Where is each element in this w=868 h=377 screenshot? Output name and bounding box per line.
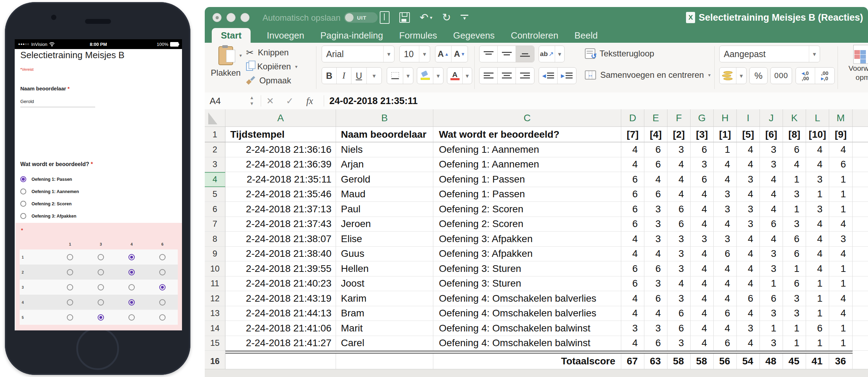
cell-I7[interactable]: 3 — [737, 217, 760, 232]
cell-G4[interactable]: 6 — [691, 172, 714, 187]
cell-K13[interactable]: 3 — [783, 306, 806, 321]
radio-button-icon[interactable] — [20, 188, 26, 194]
cell-A5[interactable]: 2-24-2018 21:35:46 — [225, 187, 336, 202]
cell-D10[interactable]: 6 — [621, 261, 644, 276]
cell-name-box[interactable]: A4 — [210, 92, 221, 109]
radio-button-icon[interactable] — [98, 254, 104, 260]
cell-J14[interactable]: 1 — [760, 321, 783, 336]
cell-F14[interactable]: 6 — [667, 321, 691, 336]
tab-beeld[interactable]: Beeld — [574, 28, 598, 43]
cell-D11[interactable]: 6 — [621, 276, 644, 292]
cell-A3[interactable]: 2-24-2018 21:36:39 — [225, 157, 336, 172]
cell-L9[interactable]: 4 — [806, 247, 829, 262]
cell-D1[interactable]: [7] — [621, 127, 644, 142]
cell-H7[interactable]: 4 — [714, 217, 737, 232]
tab-start[interactable]: Start — [212, 28, 251, 43]
cell-H15[interactable]: 6 — [714, 336, 737, 351]
cell-M8[interactable]: 3 — [829, 232, 853, 247]
cell-I14[interactable]: 3 — [737, 321, 760, 336]
paste-button[interactable]: ▾ Plakken — [209, 45, 243, 90]
tab-formules[interactable]: Formules — [399, 28, 437, 43]
cell-G15[interactable]: 4 — [691, 336, 714, 351]
row-header-4[interactable]: 4 — [205, 172, 225, 187]
cell-H14[interactable]: 4 — [714, 321, 737, 336]
redo-icon[interactable]: ↻ — [442, 12, 451, 23]
cell-H4[interactable]: 4 — [714, 172, 737, 187]
cell-L8[interactable]: 4 — [806, 232, 829, 247]
cell-C2[interactable]: Oefening 1: Aannemen — [433, 142, 621, 157]
cell-J4[interactable]: 4 — [760, 172, 783, 187]
cell-K3[interactable]: 4 — [783, 157, 806, 172]
cell-A4[interactable]: 2-24-2018 21:35:11 — [225, 172, 336, 187]
radio-button-icon[interactable] — [20, 176, 26, 182]
column-header-G[interactable]: G — [691, 109, 714, 127]
cell-F16[interactable]: 58 — [667, 354, 691, 369]
cell-C3[interactable]: Oefening 1: Aannemen — [433, 157, 621, 172]
radio-button-icon[interactable] — [159, 284, 166, 290]
cell-K6[interactable]: 1 — [783, 202, 806, 217]
row-header-11[interactable]: 11 — [205, 276, 225, 292]
cell-E16[interactable]: 63 — [644, 354, 667, 369]
paste-dropdown-caret-icon[interactable]: ▾ — [239, 53, 242, 58]
cell-E1[interactable]: [4] — [644, 127, 667, 142]
cell-B12[interactable]: Karim — [336, 291, 433, 306]
radio-option[interactable]: Oefening 1: Aannemen — [20, 185, 178, 198]
cell-G14[interactable]: 4 — [691, 321, 714, 336]
column-header-A[interactable]: A — [225, 109, 336, 127]
cell-I13[interactable]: 4 — [737, 306, 760, 321]
tab-controleren[interactable]: Controleren — [511, 28, 558, 43]
cell-K2[interactable]: 6 — [783, 142, 806, 157]
italic-button[interactable]: I — [337, 68, 351, 84]
merge-center-button[interactable]: ↔ Samenvoegen en centreren ▾ — [585, 70, 710, 80]
cell-L3[interactable]: 4 — [806, 157, 829, 172]
radio-button-icon[interactable] — [98, 269, 104, 275]
tab-pagina-indeling[interactable]: Pagina-indeling — [320, 28, 383, 43]
cell-D16[interactable]: 67 — [621, 354, 644, 369]
wrap-text-button[interactable]: ↺ Tekstterugloop — [585, 48, 654, 59]
align-right-button[interactable] — [516, 68, 534, 84]
cell-H9[interactable]: 6 — [714, 247, 737, 262]
cell-L2[interactable]: 4 — [806, 142, 829, 157]
borders-button[interactable] — [387, 68, 403, 84]
cell-G7[interactable]: 4 — [691, 217, 714, 232]
cell-M12[interactable]: 4 — [829, 291, 853, 306]
cell-K11[interactable]: 6 — [783, 276, 806, 292]
cell-H6[interactable]: 3 — [714, 202, 737, 217]
cell-B15[interactable]: Carel — [336, 336, 433, 351]
cell-I6[interactable]: 3 — [737, 202, 760, 217]
cell-M7[interactable]: 4 — [829, 217, 853, 232]
row-header-2[interactable]: 2 — [205, 142, 225, 157]
cell-H2[interactable]: 1 — [714, 142, 737, 157]
cell-F5[interactable]: 4 — [667, 187, 691, 202]
cell-F6[interactable]: 6 — [667, 202, 691, 217]
autosave-toggle[interactable]: UIT — [344, 12, 378, 23]
undo-dropdown-caret-icon[interactable]: ▾ — [430, 15, 432, 20]
column-header-L[interactable]: L — [806, 109, 829, 127]
cell-C5[interactable]: Oefening 1: Passen — [433, 187, 621, 202]
cell-I10[interactable]: 4 — [737, 261, 760, 276]
cell-I8[interactable]: 4 — [737, 232, 760, 247]
cell-D4[interactable]: 6 — [621, 172, 644, 187]
column-header-K[interactable]: K — [783, 109, 806, 127]
align-left-button[interactable] — [479, 68, 498, 84]
increase-decimal-button[interactable]: ◂,0,00 — [796, 68, 815, 84]
name-input[interactable]: Gerold — [20, 99, 95, 107]
cell-D5[interactable]: 6 — [621, 187, 644, 202]
row-header-6[interactable]: 6 — [205, 202, 225, 217]
cell-L16[interactable]: 41 — [806, 354, 829, 369]
cell-J9[interactable]: 3 — [760, 247, 783, 262]
cell-I15[interactable]: 4 — [737, 336, 760, 351]
cell-L6[interactable]: 3 — [806, 202, 829, 217]
cell-F1[interactable]: [2] — [667, 127, 691, 142]
cell-F15[interactable]: 3 — [667, 336, 691, 351]
cell-F9[interactable]: 3 — [667, 247, 691, 262]
cell-G11[interactable]: 4 — [691, 276, 714, 292]
cell-J11[interactable]: 1 — [760, 276, 783, 292]
cell-C10[interactable]: Oefening 3: Sturen — [433, 261, 621, 276]
minimize-window-button[interactable] — [226, 13, 236, 22]
row-header-15[interactable]: 15 — [205, 336, 225, 351]
radio-button-icon[interactable] — [67, 254, 73, 260]
cell-J5[interactable]: 4 — [760, 187, 783, 202]
cell-D9[interactable]: 4 — [621, 247, 644, 262]
radio-button-icon[interactable] — [159, 269, 166, 275]
